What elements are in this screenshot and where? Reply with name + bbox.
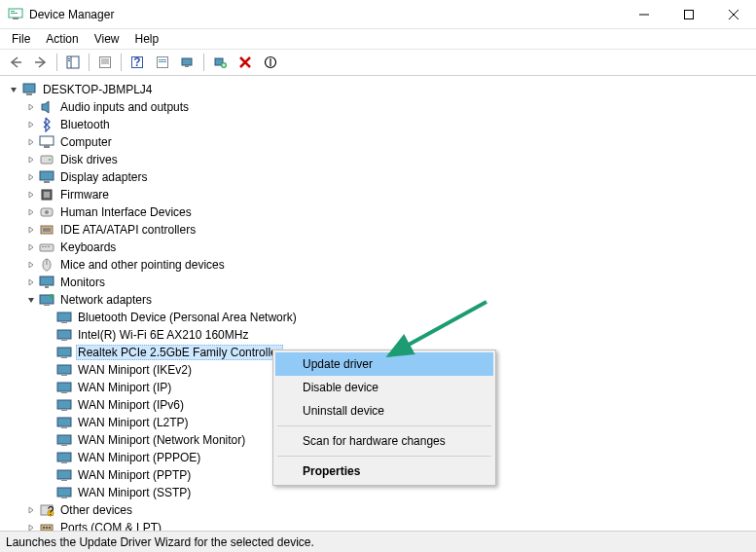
category-node[interactable]: Ports (COM & LPT) [4,519,756,531]
category-node[interactable]: Display adapters [4,168,756,186]
chevron-right-icon[interactable] [25,241,37,253]
status-bar: Launches the Update Driver Wizard for th… [0,531,756,552]
menu-file[interactable]: File [4,30,38,48]
device-label: WAN Miniport (Network Monitor) [76,433,247,447]
tree-root-node[interactable]: DESKTOP-JBMPLJ4 [4,81,756,98]
svg-rect-52 [61,322,67,323]
device-label: WAN Miniport (SSTP) [76,486,193,499]
category-node[interactable]: Bluetooth [4,116,756,133]
chevron-right-icon[interactable] [25,101,37,113]
minimize-button[interactable] [622,0,666,29]
svg-rect-68 [61,462,67,463]
category-node[interactable]: Audio inputs and outputs [4,98,756,116]
display-icon [39,169,54,185]
disable-button[interactable] [259,51,282,74]
category-node[interactable]: IDE ATA/ATAPI controllers [4,221,756,239]
context-menu-item[interactable]: Scan for hardware changes [275,429,493,453]
chevron-right-icon[interactable] [25,136,37,148]
forward-button[interactable] [29,51,53,74]
svg-rect-71 [57,488,71,497]
chevron-right-icon[interactable] [25,206,37,218]
toolbar-separator [89,54,90,71]
chevron-right-icon[interactable] [25,276,37,288]
other-icon: ? [39,502,54,518]
chevron-right-icon[interactable] [25,522,37,531]
category-label: Bluetooth [58,118,112,131]
show-hide-tree-button[interactable] [61,51,85,74]
context-menu-item[interactable]: Disable device [275,376,493,399]
chevron-right-icon[interactable] [25,224,37,236]
device-label: WAN Miniport (PPPOE) [76,451,202,464]
svg-rect-70 [61,480,67,481]
network-icon [39,292,54,308]
chevron-down-icon[interactable] [25,294,37,306]
category-node[interactable]: Mice and other pointing devices [4,256,756,274]
properties-button[interactable] [93,51,117,74]
device-node[interactable]: WAN Miniport (SSTP) [4,484,756,501]
category-label: Other devices [58,503,134,517]
svg-rect-51 [57,313,71,321]
svg-rect-2 [11,13,18,14]
category-node[interactable]: Computer [4,133,756,151]
mouse-icon [39,257,54,273]
category-label: Audio inputs and outputs [58,100,191,114]
chip-icon [39,187,54,202]
nic-icon [56,345,72,360]
svg-point-37 [45,210,49,214]
nic-icon [56,362,72,378]
window-controls [622,0,756,29]
menu-view[interactable]: View [87,30,127,48]
chevron-right-icon[interactable] [25,189,37,201]
scan-button[interactable] [176,51,199,74]
context-menu-item[interactable]: Uninstall device [275,399,493,423]
category-label: Ports (COM & LPT) [58,521,163,531]
chevron-right-icon[interactable] [25,171,37,183]
ide-icon [39,222,54,238]
menu-help[interactable]: Help [127,30,167,48]
uninstall-button[interactable] [234,51,257,74]
context-menu-separator [277,456,491,457]
menu-action[interactable]: Action [38,30,86,48]
toolbar: ? [0,49,756,76]
chevron-right-icon[interactable] [25,154,37,166]
context-menu-item[interactable]: Properties [275,460,493,483]
category-node[interactable]: Firmware [4,186,756,203]
back-button[interactable] [4,51,27,74]
category-label: Computer [58,135,114,149]
help-button[interactable]: ? [126,51,149,74]
chevron-down-icon[interactable] [8,84,19,95]
svg-rect-39 [43,228,51,232]
device-label: Realtek PCIe 2.5GbE Family Controller [76,345,283,360]
update-driver-button[interactable] [208,51,232,74]
app-icon [8,7,23,22]
context-menu-item[interactable]: Update driver [275,352,493,376]
device-label: WAN Miniport (L2TP) [76,416,191,429]
category-node[interactable]: ?Other devices [4,501,756,519]
category-node[interactable]: Human Interface Devices [4,203,756,221]
root-label: DESKTOP-JBMPLJ4 [41,83,154,96]
chevron-right-icon[interactable] [25,504,37,516]
chevron-right-icon[interactable] [25,119,37,130]
svg-point-78 [46,527,48,529]
svg-rect-35 [44,192,50,198]
svg-rect-21 [182,58,192,65]
device-node[interactable]: Bluetooth Device (Personal Area Network) [4,309,756,326]
category-node[interactable]: Keyboards [4,239,756,256]
category-node[interactable]: Disk drives [4,151,756,168]
svg-rect-56 [61,357,67,358]
device-node[interactable]: Intel(R) Wi-Fi 6E AX210 160MHz [4,326,756,344]
close-button[interactable] [711,0,756,29]
svg-rect-72 [61,497,67,498]
category-network-adapters[interactable]: Network adapters [4,291,756,309]
category-label: Firmware [58,188,111,202]
maximize-button[interactable] [666,0,711,29]
chevron-right-icon[interactable] [25,259,37,271]
svg-rect-67 [57,453,71,461]
svg-rect-27 [26,93,32,95]
svg-rect-58 [61,375,67,376]
hid-icon [39,204,54,220]
category-label: Disk drives [58,153,120,166]
nic-icon [56,380,72,395]
action-button[interactable] [151,51,174,74]
category-node[interactable]: Monitors [4,274,756,291]
